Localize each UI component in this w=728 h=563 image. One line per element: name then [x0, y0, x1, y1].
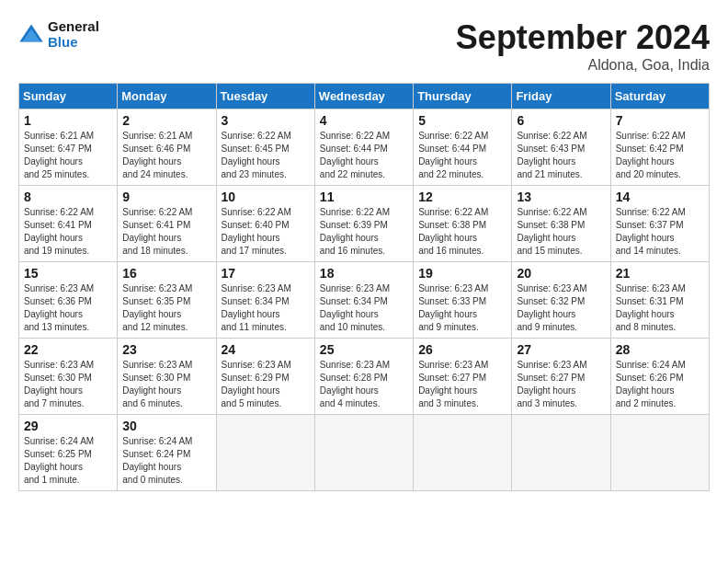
calendar-cell: 27 Sunrise: 6:23 AM Sunset: 6:27 PM Dayl…: [512, 339, 610, 415]
calendar-cell: [314, 415, 413, 491]
day-number: 23: [122, 342, 210, 357]
calendar-cell: 11 Sunrise: 6:22 AM Sunset: 6:39 PM Dayl…: [314, 186, 413, 262]
header-row: Sunday Monday Tuesday Wednesday Thursday…: [19, 84, 710, 109]
day-number: 20: [517, 266, 605, 281]
day-number: 12: [418, 190, 506, 204]
day-info: Sunrise: 6:23 AM Sunset: 6:28 PM Dayligh…: [320, 359, 408, 410]
calendar-week-0: 1 Sunrise: 6:21 AM Sunset: 6:47 PM Dayli…: [19, 109, 710, 186]
col-friday: Friday: [512, 84, 610, 109]
calendar-cell: 19 Sunrise: 6:23 AM Sunset: 6:33 PM Dayl…: [414, 262, 512, 339]
day-info: Sunrise: 6:23 AM Sunset: 6:36 PM Dayligh…: [24, 282, 112, 334]
calendar-cell: 9 Sunrise: 6:22 AM Sunset: 6:41 PM Dayli…: [118, 186, 216, 262]
day-number: 25: [320, 342, 408, 357]
calendar-cell: 28 Sunrise: 6:24 AM Sunset: 6:26 PM Dayl…: [610, 339, 709, 415]
day-info: Sunrise: 6:22 AM Sunset: 6:39 PM Dayligh…: [320, 206, 408, 258]
day-number: 27: [517, 342, 605, 357]
day-number: 8: [24, 190, 112, 204]
calendar-cell: 6 Sunrise: 6:22 AM Sunset: 6:43 PM Dayli…: [512, 109, 610, 186]
day-number: 6: [517, 113, 605, 128]
day-info: Sunrise: 6:22 AM Sunset: 6:44 PM Dayligh…: [418, 130, 506, 181]
day-number: 1: [24, 113, 112, 128]
day-number: 14: [616, 190, 704, 204]
day-number: 9: [122, 190, 210, 204]
day-info: Sunrise: 6:23 AM Sunset: 6:30 PM Dayligh…: [24, 359, 112, 410]
day-info: Sunrise: 6:23 AM Sunset: 6:34 PM Dayligh…: [222, 282, 310, 334]
day-info: Sunrise: 6:24 AM Sunset: 6:26 PM Dayligh…: [616, 359, 704, 410]
calendar-cell: [414, 415, 512, 491]
calendar-cell: 20 Sunrise: 6:23 AM Sunset: 6:32 PM Dayl…: [512, 262, 610, 339]
logo-icon: [18, 21, 44, 47]
day-info: Sunrise: 6:22 AM Sunset: 6:43 PM Dayligh…: [517, 130, 605, 181]
calendar-cell: 23 Sunrise: 6:23 AM Sunset: 6:30 PM Dayl…: [118, 339, 216, 415]
calendar-cell: 10 Sunrise: 6:22 AM Sunset: 6:40 PM Dayl…: [216, 186, 314, 262]
calendar-cell: 7 Sunrise: 6:22 AM Sunset: 6:42 PM Dayli…: [610, 109, 709, 186]
day-number: 21: [616, 266, 704, 281]
day-info: Sunrise: 6:23 AM Sunset: 6:30 PM Dayligh…: [122, 359, 210, 410]
calendar-cell: 17 Sunrise: 6:23 AM Sunset: 6:34 PM Dayl…: [216, 262, 314, 339]
calendar-cell: 29 Sunrise: 6:24 AM Sunset: 6:25 PM Dayl…: [19, 415, 118, 491]
day-info: Sunrise: 6:23 AM Sunset: 6:35 PM Dayligh…: [122, 282, 210, 334]
day-info: Sunrise: 6:22 AM Sunset: 6:41 PM Dayligh…: [122, 206, 210, 258]
day-number: 11: [320, 190, 408, 204]
calendar-cell: 13 Sunrise: 6:22 AM Sunset: 6:38 PM Dayl…: [512, 186, 610, 262]
calendar-week-2: 15 Sunrise: 6:23 AM Sunset: 6:36 PM Dayl…: [19, 262, 710, 339]
day-info: Sunrise: 6:23 AM Sunset: 6:32 PM Dayligh…: [517, 282, 605, 334]
calendar-cell: 25 Sunrise: 6:23 AM Sunset: 6:28 PM Dayl…: [314, 339, 413, 415]
day-info: Sunrise: 6:22 AM Sunset: 6:37 PM Dayligh…: [616, 206, 704, 258]
day-number: 13: [517, 190, 605, 204]
calendar-cell: 24 Sunrise: 6:23 AM Sunset: 6:29 PM Dayl…: [216, 339, 314, 415]
day-number: 10: [222, 190, 310, 204]
day-info: Sunrise: 6:22 AM Sunset: 6:44 PM Dayligh…: [320, 130, 408, 181]
page-header: General Blue September 2024 Aldona, Goa,…: [18, 18, 710, 74]
day-number: 3: [222, 113, 310, 128]
calendar-cell: [216, 415, 314, 491]
day-info: Sunrise: 6:21 AM Sunset: 6:46 PM Dayligh…: [122, 130, 210, 181]
day-number: 26: [418, 342, 506, 357]
calendar-cell: 5 Sunrise: 6:22 AM Sunset: 6:44 PM Dayli…: [414, 109, 512, 186]
col-wednesday: Wednesday: [314, 84, 413, 109]
calendar-cell: 26 Sunrise: 6:23 AM Sunset: 6:27 PM Dayl…: [414, 339, 512, 415]
day-info: Sunrise: 6:23 AM Sunset: 6:27 PM Dayligh…: [418, 359, 506, 410]
day-number: 28: [616, 342, 704, 357]
day-number: 18: [320, 266, 408, 281]
calendar-cell: 14 Sunrise: 6:22 AM Sunset: 6:37 PM Dayl…: [610, 186, 709, 262]
day-number: 15: [24, 266, 112, 281]
day-info: Sunrise: 6:22 AM Sunset: 6:42 PM Dayligh…: [616, 130, 704, 181]
calendar-cell: 22 Sunrise: 6:23 AM Sunset: 6:30 PM Dayl…: [19, 339, 118, 415]
logo-text: General Blue: [48, 18, 99, 50]
day-number: 30: [122, 419, 210, 433]
calendar-cell: 8 Sunrise: 6:22 AM Sunset: 6:41 PM Dayli…: [19, 186, 118, 262]
day-info: Sunrise: 6:22 AM Sunset: 6:40 PM Dayligh…: [222, 206, 310, 258]
day-number: 7: [616, 113, 704, 128]
day-number: 24: [222, 342, 310, 357]
calendar-cell: 12 Sunrise: 6:22 AM Sunset: 6:38 PM Dayl…: [414, 186, 512, 262]
day-number: 29: [24, 419, 112, 433]
col-tuesday: Tuesday: [216, 84, 314, 109]
day-number: 16: [122, 266, 210, 281]
day-number: 19: [418, 266, 506, 281]
day-info: Sunrise: 6:22 AM Sunset: 6:38 PM Dayligh…: [517, 206, 605, 258]
day-info: Sunrise: 6:22 AM Sunset: 6:38 PM Dayligh…: [418, 206, 506, 258]
day-info: Sunrise: 6:22 AM Sunset: 6:45 PM Dayligh…: [222, 130, 310, 181]
col-thursday: Thursday: [414, 84, 512, 109]
calendar-week-4: 29 Sunrise: 6:24 AM Sunset: 6:25 PM Dayl…: [19, 415, 710, 491]
calendar-cell: 16 Sunrise: 6:23 AM Sunset: 6:35 PM Dayl…: [118, 262, 216, 339]
day-number: 4: [320, 113, 408, 128]
day-info: Sunrise: 6:23 AM Sunset: 6:34 PM Dayligh…: [320, 282, 408, 334]
day-info: Sunrise: 6:21 AM Sunset: 6:47 PM Dayligh…: [24, 130, 112, 181]
month-title: September 2024: [456, 18, 710, 57]
calendar-cell: 1 Sunrise: 6:21 AM Sunset: 6:47 PM Dayli…: [19, 109, 118, 186]
calendar-cell: 4 Sunrise: 6:22 AM Sunset: 6:44 PM Dayli…: [314, 109, 413, 186]
day-number: 22: [24, 342, 112, 357]
col-sunday: Sunday: [19, 84, 118, 109]
location: Aldona, Goa, India: [456, 57, 710, 74]
day-number: 17: [222, 266, 310, 281]
calendar-cell: 21 Sunrise: 6:23 AM Sunset: 6:31 PM Dayl…: [610, 262, 709, 339]
calendar-week-3: 22 Sunrise: 6:23 AM Sunset: 6:30 PM Dayl…: [19, 339, 710, 415]
logo: General Blue: [18, 18, 99, 50]
calendar-cell: 15 Sunrise: 6:23 AM Sunset: 6:36 PM Dayl…: [19, 262, 118, 339]
day-info: Sunrise: 6:22 AM Sunset: 6:41 PM Dayligh…: [24, 206, 112, 258]
calendar-cell: 3 Sunrise: 6:22 AM Sunset: 6:45 PM Dayli…: [216, 109, 314, 186]
col-monday: Monday: [118, 84, 216, 109]
day-info: Sunrise: 6:24 AM Sunset: 6:25 PM Dayligh…: [24, 435, 112, 487]
